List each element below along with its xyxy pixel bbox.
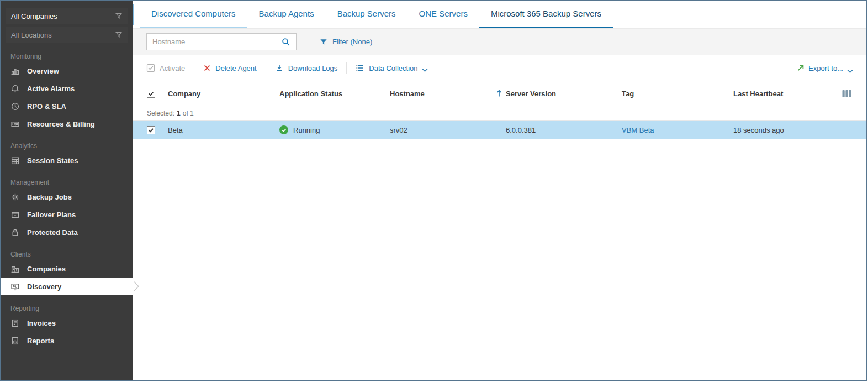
export-label: Export to... <box>808 64 843 72</box>
cell-application-status: Running <box>279 125 390 134</box>
sort-up-arrow-icon <box>495 90 503 97</box>
selection-summary-count: 1 <box>177 109 181 117</box>
chevron-down-icon <box>847 66 853 70</box>
table-header: Company Application Status Hostname Serv… <box>133 81 866 106</box>
tab-one-servers[interactable]: ONE Servers <box>407 1 479 28</box>
sidebar-item-label: Active Alarms <box>27 85 75 93</box>
invoices-icon <box>10 318 20 328</box>
sidebar-item-label: Session States <box>27 156 78 165</box>
sidebar-item-active-alarms[interactable]: Active Alarms <box>1 80 133 97</box>
sidebar: All Companies All Locations Monitoring O… <box>1 1 133 380</box>
filter-funnel-icon <box>115 12 123 20</box>
data-collection-label: Data Collection <box>369 64 417 72</box>
download-icon <box>275 64 284 72</box>
checkbox-icon <box>146 64 155 72</box>
sidebar-item-label: Overview <box>27 67 59 75</box>
data-collection-button[interactable]: Data Collection <box>356 64 428 72</box>
session-states-icon <box>10 156 20 165</box>
filter-control[interactable]: Filter (None) <box>320 38 372 46</box>
export-button[interactable]: Export to... <box>797 64 853 72</box>
column-header-tag[interactable]: Tag <box>622 90 733 98</box>
table-empty-area <box>133 139 866 380</box>
download-logs-button[interactable]: Download Logs <box>275 64 338 72</box>
filter-label: Filter (None) <box>332 38 372 46</box>
cell-last-heartbeat: 18 seconds ago <box>733 126 842 134</box>
sidebar-item-session-states[interactable]: Session States <box>1 151 133 169</box>
column-chooser-icon[interactable] <box>842 90 851 98</box>
sidebar-item-backup-jobs[interactable]: Backup Jobs <box>1 188 133 206</box>
section-label-analytics: Analytics <box>1 142 133 150</box>
billing-icon <box>10 119 20 129</box>
tab-backup-agents[interactable]: Backup Agents <box>247 1 326 28</box>
section-label-monitoring: Monitoring <box>1 53 133 60</box>
tab-bar: Discovered Computers Backup Agents Backu… <box>133 1 866 28</box>
delete-agent-label: Delete Agent <box>215 64 256 72</box>
selection-summary: Selected: 1 of 1 <box>133 106 866 121</box>
sidebar-item-discovery[interactable]: Discovery <box>1 278 133 295</box>
export-arrow-icon <box>797 64 805 72</box>
magnifier-icon <box>282 38 290 46</box>
sidebar-item-failover-plans[interactable]: Failover Plans <box>1 206 133 223</box>
table-row[interactable]: Beta Running srv02 6.0.0.381 VBM Beta 18… <box>133 121 866 139</box>
sidebar-item-label: Discovery <box>27 282 61 291</box>
activate-button[interactable]: Activate <box>146 64 185 72</box>
alarms-icon <box>10 84 20 93</box>
toolbar: Activate Delete Agent Download Logs <box>133 55 866 81</box>
sidebar-item-label: Resources & Billing <box>27 120 95 128</box>
section-label-reporting: Reporting <box>1 305 133 312</box>
download-logs-label: Download Logs <box>288 64 338 72</box>
failover-plans-icon <box>10 210 20 219</box>
backup-jobs-icon <box>10 192 20 202</box>
sidebar-item-label: Companies <box>27 265 66 273</box>
sidebar-item-rpo-sla[interactable]: RPO & SLA <box>1 97 133 115</box>
app-window: All Companies All Locations Monitoring O… <box>0 0 867 381</box>
activate-label: Activate <box>160 64 185 72</box>
location-filter-dropdown[interactable]: All Locations <box>6 27 128 43</box>
delete-agent-button[interactable]: Delete Agent <box>203 64 256 72</box>
funnel-icon <box>320 38 327 46</box>
companies-icon <box>10 264 20 274</box>
search-box <box>146 33 297 50</box>
search-input[interactable] <box>147 38 276 46</box>
sidebar-item-overview[interactable]: Overview <box>1 62 133 80</box>
row-checkbox[interactable] <box>147 126 155 134</box>
sidebar-item-label: Failover Plans <box>27 211 76 219</box>
column-header-hostname[interactable]: Hostname <box>390 90 506 98</box>
data-collection-icon <box>356 64 364 72</box>
toolbar-separator <box>194 62 194 74</box>
tab-discovered-computers[interactable]: Discovered Computers <box>140 1 247 28</box>
cell-hostname: srv02 <box>390 126 506 134</box>
section-label-clients: Clients <box>1 250 133 258</box>
column-header-server-version[interactable]: Server Version <box>506 90 622 98</box>
toolbar-separator <box>266 62 266 74</box>
column-header-application-status[interactable]: Application Status <box>279 90 390 98</box>
column-header-last-heartbeat[interactable]: Last Heartbeat <box>733 90 842 98</box>
protected-data-icon <box>10 228 20 237</box>
location-filter-value: All Locations <box>11 31 52 39</box>
chevron-down-icon <box>422 66 428 70</box>
search-button[interactable] <box>276 34 296 50</box>
company-filter-dropdown[interactable]: All Companies <box>6 8 128 24</box>
sidebar-item-invoices[interactable]: Invoices <box>1 314 133 332</box>
sidebar-item-companies[interactable]: Companies <box>1 260 133 278</box>
tab-bar-accent <box>133 4 134 25</box>
column-header-company[interactable]: Company <box>168 90 279 98</box>
discovery-icon <box>10 282 20 291</box>
select-all-checkbox[interactable] <box>147 90 155 98</box>
sidebar-item-reports[interactable]: Reports <box>1 332 133 349</box>
filter-funnel-icon <box>115 31 123 39</box>
cell-tag-link[interactable]: VBM Beta <box>622 126 733 134</box>
sidebar-item-label: Invoices <box>27 319 56 327</box>
cell-company: Beta <box>168 126 279 134</box>
selection-summary-label: Selected: <box>147 109 174 117</box>
tab-backup-servers[interactable]: Backup Servers <box>326 1 407 28</box>
sidebar-item-resources-billing[interactable]: Resources & Billing <box>1 115 133 133</box>
cell-server-version: 6.0.0.381 <box>506 126 622 134</box>
main-content: Discovered Computers Backup Agents Backu… <box>133 1 866 380</box>
reports-icon <box>10 336 20 346</box>
green-check-circle-icon <box>279 125 288 134</box>
tab-microsoft-365-backup-servers[interactable]: Microsoft 365 Backup Servers <box>479 1 613 28</box>
company-filter-value: All Companies <box>11 12 57 20</box>
sidebar-item-protected-data[interactable]: Protected Data <box>1 223 133 241</box>
toolbar-separator <box>346 62 347 74</box>
